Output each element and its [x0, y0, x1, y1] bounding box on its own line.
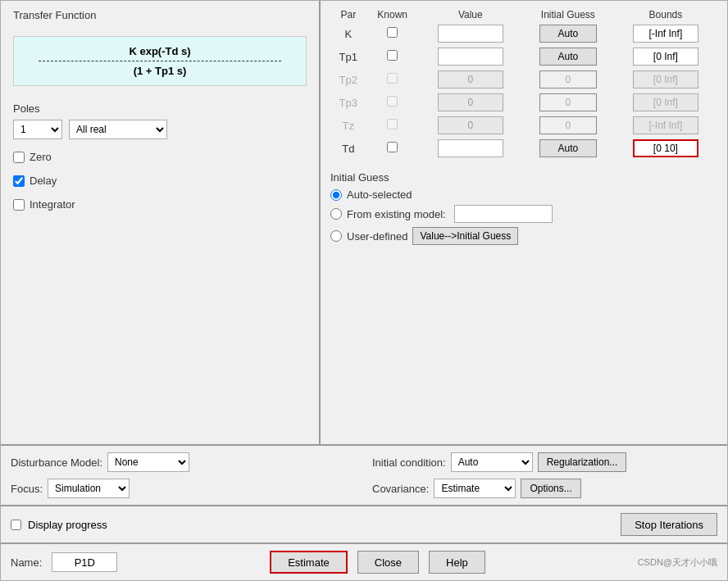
- value-input-tp1[interactable]: [438, 48, 503, 66]
- bounds-td[interactable]: [0 10]: [633, 139, 698, 157]
- bounds-tp1[interactable]: [0 Inf]: [633, 48, 698, 66]
- user-defined-row: User-defined Value-->Initial Guess: [330, 227, 717, 245]
- mid-left: Disturbance Model: None ARMA(1,1) Focus:…: [11, 452, 356, 498]
- value-input-k[interactable]: [438, 25, 503, 43]
- value-initial-guess-button[interactable]: Value-->Initial Guess: [412, 227, 518, 245]
- poles-label: Poles: [13, 102, 307, 115]
- known-checkbox-k[interactable]: [387, 27, 398, 38]
- display-progress-label: Display progress: [28, 519, 107, 531]
- close-button[interactable]: Close: [357, 551, 419, 574]
- poles-num-select[interactable]: 1 2 3 4: [13, 120, 62, 139]
- covariance-select[interactable]: Estimate None: [434, 479, 516, 498]
- from-existing-row: From existing model:: [330, 205, 717, 223]
- initial-condition-group: Initial condition: Auto Zero Estimate Re…: [372, 452, 717, 472]
- user-defined-label: User-defined: [347, 230, 407, 243]
- left-panel: Transfer Function K exp(-Td s) (1 + Tp1 …: [1, 1, 321, 444]
- display-progress-checkbox[interactable]: [11, 520, 21, 530]
- estimate-button[interactable]: Estimate: [270, 551, 348, 574]
- focus-group: Focus: Simulation Prediction: [11, 479, 356, 498]
- known-checkbox-tp1[interactable]: [387, 50, 398, 61]
- integrator-row: Integrator: [13, 198, 307, 211]
- param-row-k: KAuto[-Inf Inf]: [330, 22, 717, 45]
- par-label-tz: Tz: [330, 114, 366, 137]
- col-known: Known: [366, 7, 419, 22]
- known-checkbox-tp3[interactable]: [387, 96, 398, 107]
- bottom-section: Name: Estimate Close Help CSDN@天才小小哦: [1, 544, 727, 580]
- focus-label: Focus:: [11, 483, 43, 495]
- tf-display: K exp(-Td s) (1 + Tp1 s): [13, 36, 307, 86]
- guess-btn-tz: 0: [539, 116, 597, 134]
- mid-right: Initial condition: Auto Zero Estimate Re…: [372, 452, 717, 498]
- value-input-tp3: [438, 93, 503, 111]
- initial-guess-section: Initial Guess Auto-selected From existin…: [330, 171, 717, 249]
- col-value: Value: [419, 7, 522, 22]
- delay-checkbox[interactable]: [13, 175, 25, 187]
- guess-btn-tp3: 0: [539, 93, 597, 111]
- initial-condition-select[interactable]: Auto Zero Estimate: [451, 452, 533, 472]
- middle-section: Disturbance Model: None ARMA(1,1) Focus:…: [1, 446, 727, 506]
- delay-row: Delay: [13, 175, 307, 187]
- known-checkbox-tp2[interactable]: [387, 73, 398, 84]
- from-existing-radio[interactable]: [330, 208, 342, 220]
- known-checkbox-tz[interactable]: [387, 119, 398, 129]
- value-input-tz: [438, 116, 503, 134]
- par-label-tp1: Tp1: [330, 45, 366, 68]
- auto-selected-label: Auto-selected: [347, 188, 412, 201]
- disturbance-select[interactable]: None ARMA(1,1): [107, 452, 189, 472]
- integrator-label: Integrator: [30, 198, 75, 211]
- params-table: Par Known Value Initial Guess Bounds KAu…: [330, 7, 717, 160]
- poles-type-select[interactable]: All real Complex: [69, 120, 167, 139]
- col-guess: Initial Guess: [522, 7, 614, 22]
- bounds-tz: [-Inf Inf]: [633, 116, 698, 134]
- guess-btn-k[interactable]: Auto: [539, 25, 597, 43]
- poles-section: Poles 1 2 3 4 All real Complex: [13, 102, 307, 139]
- name-label: Name:: [11, 556, 42, 569]
- par-label-k: K: [330, 22, 366, 45]
- main-container: Transfer Function K exp(-Td s) (1 + Tp1 …: [0, 0, 728, 581]
- top-section: Transfer Function K exp(-Td s) (1 + Tp1 …: [1, 1, 727, 446]
- user-defined-radio[interactable]: [330, 230, 342, 242]
- covariance-group: Covariance: Estimate None Options...: [372, 479, 717, 498]
- bounds-tp2: [0 Inf]: [633, 70, 698, 89]
- tf-divider: [39, 61, 281, 61]
- delay-label: Delay: [30, 175, 57, 187]
- right-panel: Par Known Value Initial Guess Bounds KAu…: [321, 1, 727, 444]
- par-label-tp3: Tp3: [330, 91, 366, 114]
- poles-row: 1 2 3 4 All real Complex: [13, 120, 307, 139]
- guess-btn-tp1[interactable]: Auto: [539, 48, 597, 66]
- integrator-checkbox[interactable]: [13, 199, 25, 211]
- param-row-tz: Tz0[-Inf Inf]: [330, 114, 717, 137]
- zero-checkbox[interactable]: [13, 152, 25, 163]
- focus-select[interactable]: Simulation Prediction: [48, 479, 130, 498]
- param-row-tp3: Tp30[0 Inf]: [330, 91, 717, 114]
- progress-left: Display progress: [11, 519, 621, 531]
- regularization-button[interactable]: Regularization...: [538, 452, 627, 472]
- stop-iterations-button[interactable]: Stop Iterations: [621, 513, 717, 536]
- bounds-k[interactable]: [-Inf Inf]: [633, 25, 698, 43]
- value-input-tp2: [438, 70, 503, 89]
- tf-denominator: (1 + Tp1 s): [22, 65, 298, 77]
- param-row-tp1: Tp1Auto[0 Inf]: [330, 45, 717, 68]
- param-row-tp2: Tp20[0 Inf]: [330, 68, 717, 91]
- transfer-function-title: Transfer Function: [13, 9, 307, 21]
- auto-selected-radio[interactable]: [330, 189, 342, 201]
- col-bounds: Bounds: [614, 7, 717, 22]
- ig-title: Initial Guess: [330, 171, 717, 184]
- tf-numerator: K exp(-Td s): [22, 45, 298, 57]
- value-input-td[interactable]: [438, 139, 503, 157]
- disturbance-label: Disturbance Model:: [11, 456, 102, 469]
- initial-condition-label: Initial condition:: [372, 456, 446, 469]
- par-label-td: Td: [330, 137, 366, 160]
- guess-btn-td[interactable]: Auto: [539, 139, 597, 157]
- covariance-label: Covariance:: [372, 483, 429, 495]
- help-button[interactable]: Help: [429, 551, 485, 574]
- guess-btn-tp2: 0: [539, 70, 597, 89]
- options-button[interactable]: Options...: [521, 479, 580, 498]
- auto-selected-row: Auto-selected: [330, 188, 717, 201]
- known-checkbox-td[interactable]: [387, 142, 398, 152]
- bounds-tp3: [0 Inf]: [633, 93, 698, 111]
- existing-model-input[interactable]: [454, 205, 553, 223]
- col-par: Par: [330, 7, 366, 22]
- name-input[interactable]: [52, 552, 117, 572]
- watermark: CSDN@天才小小哦: [638, 556, 717, 569]
